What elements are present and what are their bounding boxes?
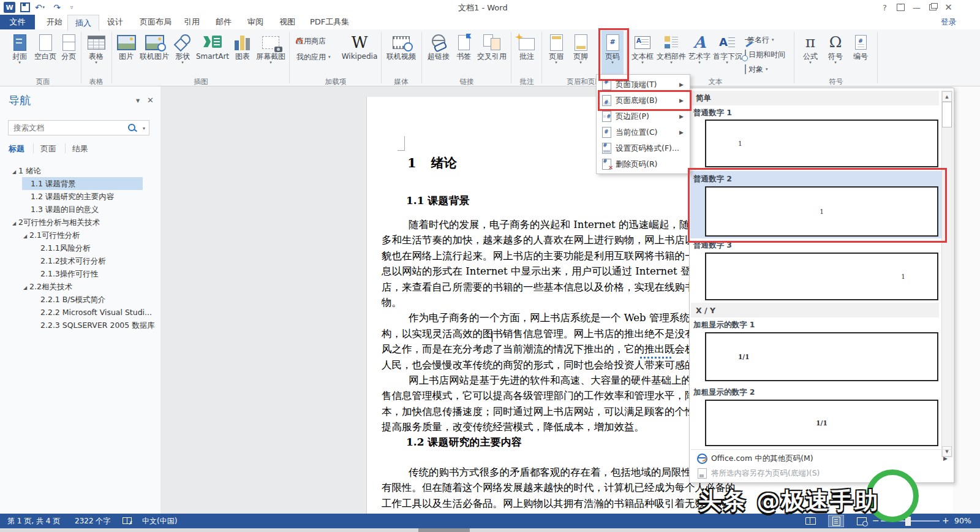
collapse-triangle-icon[interactable]: ◢: [21, 281, 29, 293]
online-pictures-button[interactable]: 联机图片: [138, 31, 170, 76]
zoom-in-button[interactable]: +: [942, 515, 949, 525]
table-button[interactable]: 表格▾: [85, 31, 108, 76]
language-indicator[interactable]: 中文(中国): [142, 516, 177, 526]
heading-item-selected[interactable]: 1.1 课题背景: [31, 177, 76, 190]
smartart-button[interactable]: SmartArt: [195, 31, 230, 76]
pictures-button[interactable]: 图片: [115, 31, 137, 76]
print-layout-button[interactable]: [828, 515, 844, 527]
search-box[interactable]: ▾: [8, 120, 149, 135]
ribbon-display-options-button[interactable]: [893, 0, 908, 15]
text-box-button[interactable]: 文本框▾: [630, 31, 655, 76]
heading-item[interactable]: 2.1.2技术可行分析: [0, 254, 106, 267]
heading-item[interactable]: 2.1.3操作可行性: [0, 267, 98, 280]
gallery-footer-officecom[interactable]: Office.com 中的其他页码(M) ▶: [690, 451, 952, 466]
tab-file[interactable]: 文件: [0, 15, 35, 29]
heading-item[interactable]: ◢2.2相关技术: [0, 282, 72, 291]
undo-button[interactable]: ↶▾: [33, 2, 47, 13]
drop-cap-button[interactable]: 首字下沉▾: [713, 31, 741, 76]
search-options-chevron[interactable]: ▾: [143, 126, 145, 131]
heading-item[interactable]: ◢2可行性分析与相关技术: [0, 218, 100, 227]
cover-page-button[interactable]: 封面▾: [7, 31, 32, 76]
footer-button[interactable]: 页脚▾: [570, 31, 592, 76]
word-count[interactable]: 2322 个字: [75, 516, 110, 526]
heading-item[interactable]: 2.1.1风险分析: [0, 241, 91, 254]
menu-item-format-page-numbers[interactable]: # 设置页码格式(F)...: [597, 140, 688, 156]
screenshot-button[interactable]: 屏幕截图▾: [255, 31, 287, 76]
search-icon[interactable]: [128, 124, 135, 131]
gallery-item-plain-number-1[interactable]: 1: [705, 120, 938, 167]
date-time-button[interactable]: 日期和时间: [745, 48, 785, 61]
menu-item-page-margins[interactable]: # 页边距(P)▶: [597, 108, 688, 124]
minimize-button[interactable]: —: [909, 0, 924, 15]
tab-references[interactable]: 引用: [176, 15, 207, 29]
close-button[interactable]: ✕: [941, 0, 956, 15]
web-layout-button[interactable]: [854, 515, 870, 527]
navigation-close-icon[interactable]: ✕: [147, 96, 154, 105]
my-apps-button[interactable]: 我的应用 ▾: [294, 50, 331, 64]
heading-item[interactable]: 2.2.1 B/S模式简介: [0, 293, 106, 306]
wikipedia-button[interactable]: W Wikipedia: [341, 31, 379, 76]
heading-item[interactable]: 2.2.2 Microsoft Visual Studi...: [0, 306, 152, 319]
equation-button[interactable]: π 公式▾: [799, 31, 822, 76]
read-mode-button[interactable]: [802, 515, 818, 527]
heading-item[interactable]: ◢2.1可行性分析: [0, 230, 80, 240]
restore-button[interactable]: [925, 0, 940, 15]
redo-button[interactable]: ↷: [50, 2, 64, 13]
heading-item[interactable]: 1.2 课题研究的主要内容: [0, 190, 114, 203]
bookmark-button[interactable]: 书签: [453, 31, 474, 76]
tab-pdf-tools[interactable]: PDF工具集: [303, 15, 356, 29]
number-button[interactable]: # 编号: [849, 31, 872, 76]
spellcheck-icon[interactable]: ✗: [123, 516, 132, 525]
menu-item-bottom-of-page[interactable]: # 页面底端(B)▶: [597, 93, 688, 108]
chart-button[interactable]: 图表: [232, 31, 254, 76]
tab-page-layout[interactable]: 页面布局: [132, 15, 179, 29]
comment-button[interactable]: 批注: [514, 31, 539, 76]
menu-item-remove-page-numbers[interactable]: #✕ 删除页码(R): [597, 156, 688, 172]
navigation-options-chevron[interactable]: ▼: [136, 98, 140, 104]
heading-item[interactable]: 1.3 课题的目的意义: [0, 203, 99, 216]
scrollbar-thumb[interactable]: [942, 102, 952, 127]
collapse-triangle-icon[interactable]: ◢: [10, 165, 18, 177]
quick-parts-button[interactable]: 文档部件▾: [657, 31, 686, 76]
heading-item[interactable]: 2.2.3 SQLSERVER 2005 数据库: [0, 319, 155, 332]
cross-reference-button[interactable]: 交叉引用: [475, 31, 508, 76]
wordart-button[interactable]: A 艺术字▾: [687, 31, 712, 76]
shapes-button[interactable]: 形状▾: [172, 31, 194, 76]
gallery-item-plain-number-3[interactable]: 1: [705, 253, 938, 300]
gallery-item-bold-number-1[interactable]: 1/1: [705, 332, 938, 381]
hyperlink-button[interactable]: 超链接: [425, 31, 452, 76]
header-button[interactable]: 页眉▾: [545, 31, 567, 76]
app-store-button[interactable]: 应用商店: [294, 34, 326, 48]
menu-item-current-position[interactable]: # 当前位置(C)▶: [597, 124, 688, 140]
nav-tab-pages[interactable]: 页面: [40, 143, 56, 154]
page-number-button[interactable]: # 页码▾: [601, 31, 624, 76]
symbol-button[interactable]: Ω 符号▾: [824, 31, 846, 76]
page-indicator[interactable]: 第 1 页, 共 4 页: [7, 516, 60, 526]
object-button[interactable]: 对象 ▾: [745, 63, 768, 76]
online-video-button[interactable]: 联机视频: [385, 31, 418, 76]
tab-design[interactable]: 设计: [100, 15, 130, 29]
menu-item-top-of-page[interactable]: # 页面顶端(T)▶: [597, 77, 688, 93]
heading-item[interactable]: ◢1 绪论: [0, 166, 41, 175]
gallery-item-bold-number-2[interactable]: 1/1: [705, 400, 938, 446]
blank-page-button[interactable]: 空白页: [33, 31, 58, 76]
zoom-level[interactable]: 90%: [954, 516, 971, 525]
save-button[interactable]: [18, 2, 32, 13]
tab-view[interactable]: 视图: [272, 15, 303, 29]
collapse-triangle-icon[interactable]: ◢: [10, 217, 18, 229]
page-break-button[interactable]: 分页: [59, 31, 78, 76]
tab-home[interactable]: 开始: [39, 15, 70, 29]
customize-qat-button[interactable]: ▿: [65, 2, 78, 13]
scroll-up-icon[interactable]: ▲: [942, 91, 952, 102]
signature-line-button[interactable]: 签名行 ▾: [745, 33, 774, 47]
gallery-item-plain-number-2[interactable]: 1: [705, 186, 938, 237]
tab-insert[interactable]: 插入: [67, 15, 99, 31]
nav-tab-headings[interactable]: 标题: [9, 143, 24, 154]
sign-in-link[interactable]: 登录: [941, 17, 956, 28]
help-button[interactable]: ?: [877, 0, 892, 15]
nav-tab-results[interactable]: 结果: [72, 143, 88, 154]
gallery-scrollbar[interactable]: ▲ ▼: [941, 91, 952, 457]
tab-mailings[interactable]: 邮件: [208, 15, 239, 29]
search-input[interactable]: [12, 121, 118, 134]
collapse-triangle-icon[interactable]: ◢: [21, 230, 29, 241]
